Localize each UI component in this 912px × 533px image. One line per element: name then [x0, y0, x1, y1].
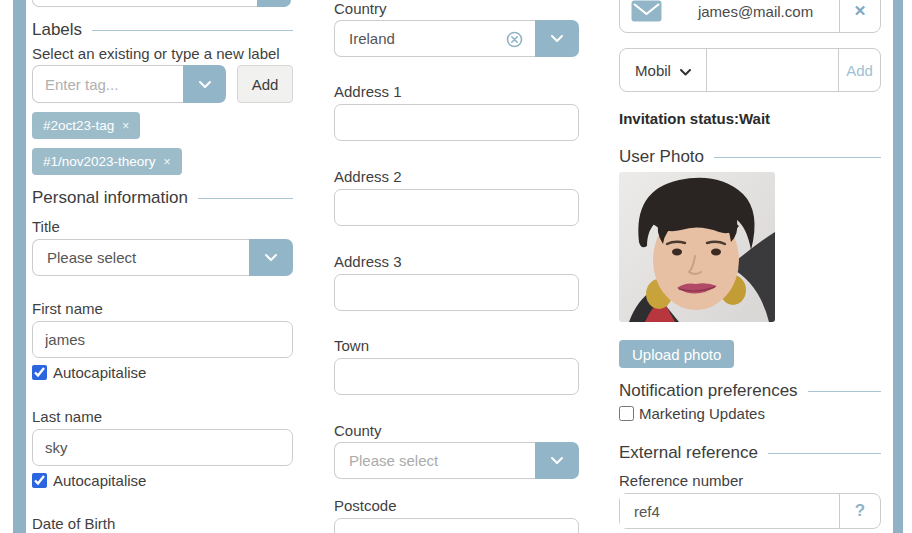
- address1-input[interactable]: [334, 104, 579, 141]
- chevron-down-icon: [550, 453, 564, 468]
- tag-input[interactable]: [32, 65, 183, 103]
- first-autocapitalise-row: Autocapitalise: [32, 364, 293, 381]
- marketing-updates-label: Marketing Updates: [639, 405, 765, 422]
- user-photo: [619, 172, 775, 322]
- chevron-down-icon: [198, 77, 212, 92]
- contact-details-column: james@mail.com ✕ Mobil Add Invitation st…: [619, 0, 881, 529]
- phone-type-value: Mobil: [635, 62, 671, 79]
- left-column: Labels Select an existing or type a new …: [32, 0, 293, 532]
- address3-label: Address 3: [334, 253, 579, 270]
- first-name-input[interactable]: [32, 321, 293, 358]
- add-tag-button[interactable]: Add: [237, 65, 293, 103]
- contact-edit-form: Labels Select an existing or type a new …: [0, 0, 912, 533]
- country-select[interactable]: Ireland: [334, 20, 579, 57]
- title-select[interactable]: Please select: [32, 239, 293, 276]
- town-input[interactable]: [334, 358, 579, 395]
- left-scrollbar[interactable]: [13, 0, 26, 533]
- phone-number-input[interactable]: [707, 49, 838, 91]
- email-row: james@mail.com ✕: [619, 0, 881, 33]
- last-autocapitalise-checkbox[interactable]: [32, 473, 47, 488]
- add-phone-button[interactable]: Add: [839, 62, 880, 79]
- notification-title: Notification preferences: [619, 381, 798, 401]
- last-name-label: Last name: [32, 408, 293, 425]
- user-photo-heading: User Photo: [619, 147, 881, 167]
- marketing-updates-checkbox[interactable]: [619, 406, 634, 421]
- country-value: Ireland: [349, 30, 395, 47]
- remove-tag-icon[interactable]: ×: [122, 119, 129, 133]
- county-label: County: [334, 422, 579, 439]
- tag-chip: #1/nov2023-theory ×: [32, 148, 182, 175]
- personal-title: Personal information: [32, 188, 188, 208]
- chevron-down-icon: [680, 62, 691, 79]
- title-dropdown-button[interactable]: [249, 239, 293, 276]
- tag-dropdown-button[interactable]: [183, 65, 226, 103]
- reference-number-label: Reference number: [619, 472, 881, 489]
- upload-photo-button[interactable]: Upload photo: [619, 340, 734, 368]
- tag-select: [32, 65, 226, 103]
- external-reference-title: External reference: [619, 443, 758, 463]
- county-select-placeholder[interactable]: Please select: [334, 442, 535, 479]
- phone-type-select[interactable]: Mobil: [620, 49, 706, 91]
- phone-row: Mobil Add: [619, 48, 881, 92]
- remove-tag-icon[interactable]: ×: [164, 155, 171, 169]
- heading-divider: [198, 198, 293, 199]
- chevron-down-icon: [550, 31, 564, 46]
- reference-number-row: ?: [619, 493, 881, 529]
- invitation-status: Invitation status:Wait: [619, 110, 881, 127]
- personal-section-heading: Personal information: [32, 188, 293, 208]
- marketing-updates-row: Marketing Updates: [619, 405, 881, 422]
- postcode-label: Postcode: [334, 497, 579, 514]
- tag-chip-label: #1/nov2023-theory: [43, 154, 156, 169]
- title-field-label: Title: [32, 218, 293, 235]
- tag-chip-label: #2oct23-tag: [43, 118, 114, 133]
- remove-email-icon[interactable]: ✕: [840, 2, 880, 20]
- chevron-down-icon: [264, 250, 278, 265]
- user-photo-title: User Photo: [619, 147, 704, 167]
- title-select-value[interactable]: Please select: [32, 239, 249, 276]
- clear-selection-icon[interactable]: [506, 31, 523, 48]
- reference-number-input[interactable]: [620, 494, 839, 528]
- labels-title: Labels: [32, 20, 82, 40]
- dob-label: Date of Birth: [32, 515, 293, 532]
- tag-chip: #2oct23-tag ×: [32, 112, 140, 139]
- external-reference-heading: External reference: [619, 443, 881, 463]
- address3-input[interactable]: [334, 274, 579, 311]
- help-icon[interactable]: ?: [840, 501, 880, 521]
- cutoff-input[interactable]: [32, 0, 257, 7]
- heading-divider: [768, 453, 881, 454]
- address2-label: Address 2: [334, 168, 579, 185]
- labels-section-heading: Labels: [32, 20, 293, 40]
- labels-subtitle: Select an existing or type a new label: [32, 45, 293, 62]
- country-select-value[interactable]: Ireland: [334, 20, 535, 57]
- autocapitalise-label: Autocapitalise: [53, 364, 146, 381]
- email-value[interactable]: james@mail.com: [672, 0, 839, 32]
- heading-divider: [808, 391, 881, 392]
- address-column: Country Ireland Address 1 Address 2: [334, 0, 579, 533]
- county-dropdown-button[interactable]: [535, 442, 579, 479]
- notification-heading: Notification preferences: [619, 381, 881, 401]
- address2-input[interactable]: [334, 189, 579, 226]
- country-dropdown-button[interactable]: [535, 20, 579, 57]
- first-autocapitalise-checkbox[interactable]: [32, 365, 47, 380]
- envelope-icon: [620, 0, 672, 22]
- county-select[interactable]: Please select: [334, 442, 579, 479]
- cutoff-select-row: [32, 0, 293, 7]
- right-scrollbar[interactable]: [893, 0, 903, 533]
- postcode-input[interactable]: [334, 518, 579, 533]
- last-name-input[interactable]: [32, 429, 293, 466]
- town-label: Town: [334, 337, 579, 354]
- first-name-label: First name: [32, 300, 293, 317]
- heading-divider: [714, 157, 881, 158]
- country-label: Country: [334, 0, 579, 17]
- autocapitalise-label: Autocapitalise: [53, 472, 146, 489]
- heading-divider: [92, 30, 293, 31]
- cutoff-dropdown-button[interactable]: [257, 0, 291, 7]
- last-autocapitalise-row: Autocapitalise: [32, 472, 293, 489]
- address1-label: Address 1: [334, 83, 579, 100]
